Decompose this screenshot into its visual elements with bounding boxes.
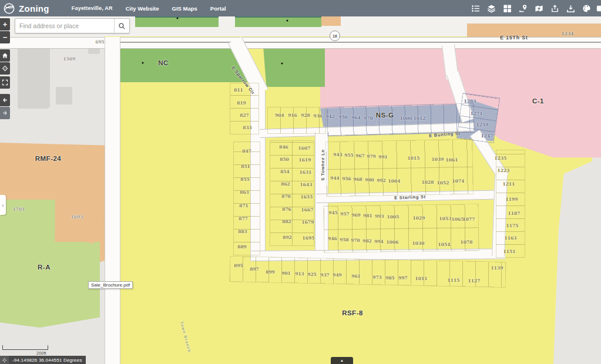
parcel-label: 1259 — [476, 122, 489, 127]
parcel-label: 958 — [340, 237, 349, 242]
app-header: Zoning Fayetteville, AR City Website GIS… — [0, 0, 601, 16]
overflow-button[interactable] — [595, 0, 601, 16]
parcel-label: 1187 — [508, 211, 521, 216]
parcel-label: 1005 — [387, 214, 399, 220]
parcel-label: 982 — [362, 238, 372, 244]
parcel-label: 846 — [279, 144, 288, 150]
parcel-label: 1000 — [400, 116, 412, 121]
search-box — [15, 18, 130, 33]
widget-toolbar — [468, 0, 601, 16]
parcel-label: 1030 — [412, 241, 425, 246]
home-button[interactable] — [0, 49, 10, 62]
nav-gis-maps[interactable]: GIS Maps — [172, 5, 197, 12]
parcel-label: 882 — [282, 219, 291, 224]
scale-bar — [2, 345, 48, 350]
parcel-label: 1247 — [481, 133, 493, 139]
parcel-label: 1199 — [506, 197, 518, 202]
share-icon — [550, 4, 559, 13]
street-label: E Starling St — [394, 194, 426, 201]
parcel-label: 901 — [281, 271, 291, 276]
parcel-label: 833 — [243, 125, 252, 130]
parcel-label: 1655 — [301, 194, 313, 200]
share-button[interactable] — [547, 0, 563, 16]
parcel-label: 862 — [281, 181, 290, 187]
measure-icon — [519, 4, 528, 13]
locate-button[interactable] — [0, 62, 10, 75]
print-button[interactable] — [531, 0, 547, 16]
basemap-gallery-button[interactable] — [499, 0, 515, 16]
parcel-label: 1701 — [13, 207, 25, 212]
search-input[interactable] — [15, 19, 114, 33]
measure-button[interactable] — [515, 0, 531, 16]
parcel-label: 847 — [242, 149, 251, 154]
layers-button[interactable] — [484, 0, 499, 16]
zone-label: NS-G — [376, 112, 394, 119]
street-label: E Bunting St — [429, 130, 461, 139]
parcel-label: 992 — [377, 178, 386, 183]
parcel-label: 1061 — [446, 157, 458, 163]
forward-button[interactable] — [0, 107, 10, 119]
parcel-label: 1139 — [491, 265, 503, 271]
page-title: Zoning — [19, 4, 49, 14]
legend-button[interactable] — [468, 0, 484, 16]
parcel-label: 936 — [313, 113, 323, 119]
zoom-out-button[interactable]: − — [0, 31, 10, 43]
parcel-label: 957 — [340, 211, 350, 217]
parcel-label: 961 — [351, 274, 361, 279]
coordinate-crosshair-icon[interactable] — [0, 356, 9, 364]
nav-portal[interactable]: Portal — [210, 5, 226, 12]
download-icon — [566, 4, 575, 13]
parcel-label: 942 — [325, 114, 335, 119]
parcel-label: 1127 — [468, 278, 481, 284]
search-button[interactable] — [114, 19, 129, 33]
basemap-gallery-icon — [503, 4, 512, 13]
parcel-label: 1643 — [300, 182, 313, 187]
parcel-label: 811 — [234, 87, 243, 93]
parcel-label: 1175 — [506, 223, 519, 228]
map-labels-layer: 6951509123417011693811819827833904916928… — [0, 0, 601, 364]
parcel-label: 970 — [364, 116, 373, 121]
nav-city-website[interactable]: City Website — [126, 5, 159, 12]
map-canvas[interactable]: 6951509123417011693811819827833904916928… — [0, 0, 601, 364]
city-subtitle: Fayetteville, AR — [72, 5, 113, 11]
parcel-label: 1012 — [414, 116, 426, 121]
parcel-label: 889 — [237, 244, 247, 250]
parcel-label: 1054 — [438, 242, 451, 247]
parcel-label: 985 — [385, 275, 395, 281]
parcel-label: 1078 — [461, 240, 473, 245]
parcel-label: 970 — [351, 238, 360, 243]
map-annotation-link[interactable]: Sale_Brochure.pdf — [88, 281, 133, 289]
parcel-label: 1029 — [413, 215, 425, 221]
point-marker — [142, 62, 144, 64]
parcel-label: 928 — [301, 113, 310, 118]
back-button[interactable] — [0, 94, 10, 106]
parcel-label: 944 — [330, 176, 340, 181]
parcel-label: 937 — [320, 272, 330, 278]
parcel-label: 981 — [363, 213, 372, 218]
parcel-label: 1011 — [415, 276, 428, 281]
zoning-app: 6951509123417011693811819827833904916928… — [0, 0, 601, 364]
zoom-in-button[interactable]: + — [0, 18, 10, 31]
parcel-label: 1065 — [452, 217, 464, 222]
download-button[interactable] — [563, 0, 579, 16]
parcel-label: 956 — [342, 176, 351, 181]
parcel-label: 863 — [240, 190, 249, 195]
parcel-label: 973 — [372, 275, 382, 280]
collapse-panel-tab[interactable]: ‹ — [0, 195, 6, 215]
parcel-label: 855 — [240, 177, 250, 182]
zone-label: NC — [158, 59, 169, 66]
extent-button[interactable] — [0, 76, 10, 89]
parcel-label: 916 — [288, 113, 297, 118]
parcel-label: 1619 — [299, 157, 311, 163]
parcel-label: 1509 — [63, 56, 76, 62]
attribution-expand-button[interactable]: ▲ — [331, 357, 353, 364]
parcel-label: 1283 — [464, 99, 476, 104]
draw-button[interactable] — [579, 0, 595, 16]
search-icon — [118, 22, 126, 30]
zone-label: R-A — [38, 264, 51, 271]
parcel-label: 1667 — [301, 207, 314, 213]
parcel-label: 925 — [307, 272, 317, 277]
parcel-label: 897 — [250, 267, 259, 272]
parcel-label: 997 — [398, 275, 408, 281]
point-marker — [281, 63, 283, 65]
